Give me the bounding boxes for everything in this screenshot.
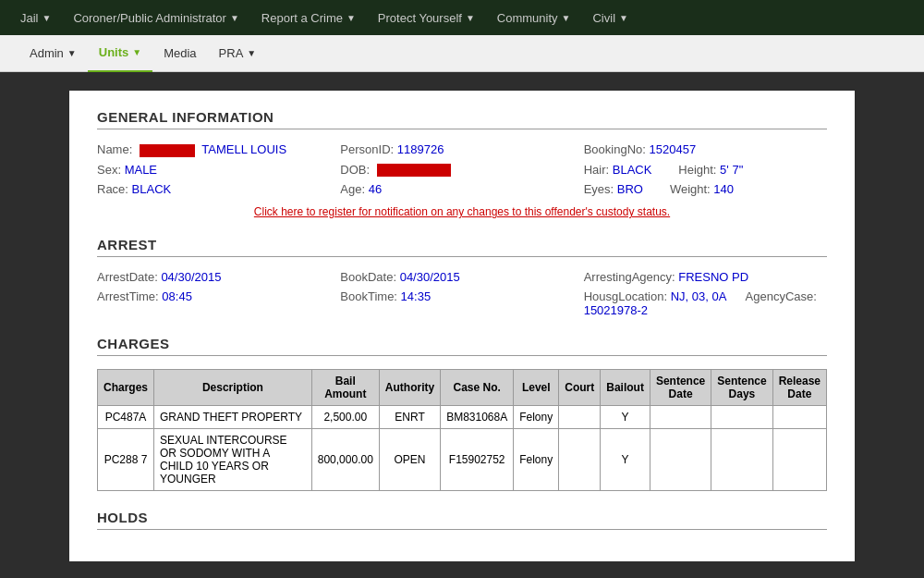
charges-table: Charges Description BailAmount Authority… (97, 369, 827, 491)
arrest-date-field: ArrestDate: 04/30/2015 (97, 270, 340, 284)
nav-community[interactable]: Community ▼ (486, 0, 582, 35)
sex-field: Sex: MALE (97, 163, 340, 178)
arresting-agency-field: ArrestingAgency: FRESNO PD (584, 270, 827, 284)
content-box: GENERAL INFORMATION Name: TAMELL LOUIS P… (69, 91, 855, 561)
table-cell: BM831068A (441, 406, 514, 429)
subnav-pra[interactable]: PRA ▼ (208, 35, 268, 72)
table-cell: Felony (514, 429, 559, 491)
table-cell: PC288 7 (98, 429, 154, 491)
dob-redacted (377, 164, 451, 177)
col-description: Description (154, 370, 312, 406)
chevron-down-icon: ▼ (346, 13, 356, 23)
sub-nav: Admin ▼ Units ▼ Media PRA ▼ (0, 35, 924, 72)
col-case-no: Case No. (441, 370, 514, 406)
charges-title: CHARGES (97, 336, 827, 356)
nav-coroner[interactable]: Coroner/Public Administrator ▼ (62, 0, 249, 35)
table-cell: PC487A (98, 406, 154, 429)
chevron-down-icon: ▼ (67, 48, 77, 58)
table-row: PC288 7SEXUAL INTERCOURSE OR SODOMY WITH… (98, 429, 827, 491)
table-cell: ENRT (379, 406, 440, 429)
table-cell (559, 429, 601, 491)
table-cell: Felony (514, 406, 559, 429)
chevron-down-icon: ▼ (619, 13, 628, 23)
charges-section: CHARGES Charges Description BailAmount A… (97, 336, 827, 491)
book-date-field: BookDate: 04/30/2015 (340, 270, 583, 284)
table-cell: F15902752 (441, 429, 514, 491)
bookingno-field: BookingNo: 1520457 (584, 142, 827, 157)
table-row: PC487AGRAND THEFT PROPERTY2,500.00ENRTBM… (98, 406, 827, 429)
notification-link[interactable]: Click here to register for notification … (97, 205, 827, 218)
col-release-date: ReleaseDate (772, 370, 826, 406)
general-info-grid: Name: TAMELL LOUIS PersonID: 1189726 Boo… (97, 142, 827, 196)
col-sentence-days: SentenceDays (711, 370, 772, 406)
col-level: Level (514, 370, 559, 406)
chevron-down-icon: ▼ (43, 13, 52, 23)
age-field: Age: 46 (340, 182, 583, 196)
arrest-time-field: ArrestTime: 08:45 (97, 289, 340, 317)
dob-field: DOB: (340, 163, 583, 178)
table-cell: 2,500.00 (311, 406, 379, 429)
chevron-down-icon: ▼ (132, 47, 141, 57)
name-redacted (140, 144, 195, 157)
table-cell (711, 429, 772, 491)
table-cell: Y (601, 429, 650, 491)
subnav-media[interactable]: Media (152, 35, 207, 72)
table-cell (650, 406, 711, 429)
chevron-down-icon: ▼ (466, 13, 475, 23)
eyes-field: Eyes: BRO Weight: 140 (584, 182, 827, 196)
col-charges: Charges (98, 370, 154, 406)
table-cell: Y (601, 406, 650, 429)
nav-civil[interactable]: Civil ▼ (581, 0, 638, 35)
table-cell (772, 406, 826, 429)
book-time-field: BookTime: 14:35 (340, 289, 583, 317)
housing-location-field: HousgLocation: NJ, 03, 0A AgencyCase: 15… (584, 289, 827, 317)
chevron-down-icon: ▼ (230, 13, 239, 23)
col-authority: Authority (379, 370, 440, 406)
nav-jail[interactable]: Jail ▼ (9, 0, 62, 35)
col-sentence-date: SentenceDate (650, 370, 711, 406)
subnav-admin[interactable]: Admin ▼ (18, 35, 88, 72)
table-cell: GRAND THEFT PROPERTY (154, 406, 312, 429)
arrest-section: ARREST ArrestDate: 04/30/2015 BookDate: … (97, 237, 827, 317)
arrest-title: ARREST (97, 237, 827, 257)
table-cell (711, 406, 772, 429)
top-nav: Jail ▼ Coroner/Public Administrator ▼ Re… (0, 0, 924, 35)
race-field: Race: BLACK (97, 182, 340, 196)
subnav-units[interactable]: Units ▼ (88, 35, 152, 72)
table-cell: 800,000.00 (311, 429, 379, 491)
general-info-title: GENERAL INFORMATION (97, 109, 827, 129)
table-cell: SEXUAL INTERCOURSE OR SODOMY WITH A CHIL… (154, 429, 312, 491)
table-cell (650, 429, 711, 491)
nav-report-crime[interactable]: Report a Crime ▼ (250, 0, 367, 35)
chevron-down-icon: ▼ (247, 48, 256, 58)
col-bailout: Bailout (601, 370, 650, 406)
table-cell (559, 406, 601, 429)
table-cell: OPEN (379, 429, 440, 491)
table-cell (772, 429, 826, 491)
col-court: Court (559, 370, 601, 406)
chevron-down-icon: ▼ (562, 13, 571, 23)
arrest-grid: ArrestDate: 04/30/2015 BookDate: 04/30/2… (97, 270, 827, 317)
general-info-section: GENERAL INFORMATION Name: TAMELL LOUIS P… (97, 109, 827, 218)
holds-title: HOLDS (97, 510, 827, 530)
nav-protect-yourself[interactable]: Protect Yourself ▼ (367, 0, 486, 35)
hair-field: Hair: BLACK Height: 5' 7" (584, 163, 827, 178)
name-field: Name: TAMELL LOUIS (97, 142, 340, 157)
holds-section: HOLDS (97, 510, 827, 530)
charges-header-row: Charges Description BailAmount Authority… (98, 370, 827, 406)
personid-field: PersonID: 1189726 (340, 142, 583, 157)
content-wrapper: GENERAL INFORMATION Name: TAMELL LOUIS P… (0, 72, 924, 578)
col-bail-amount: BailAmount (311, 370, 379, 406)
